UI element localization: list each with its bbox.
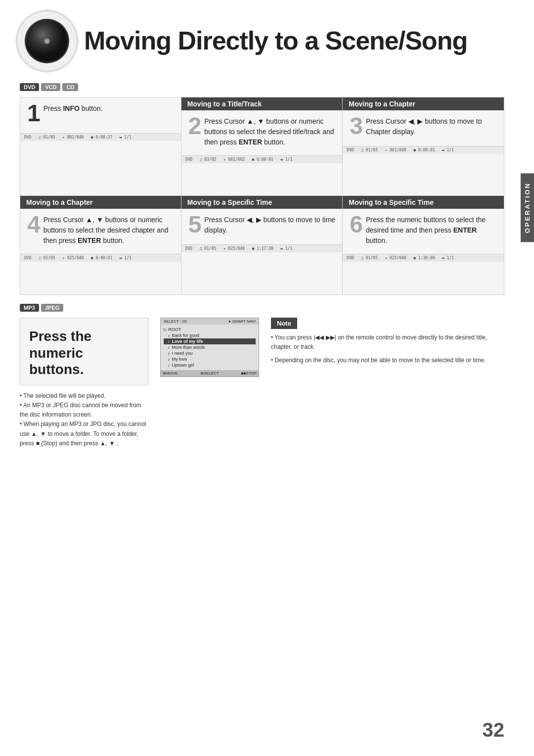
badge-vcd: VCD xyxy=(41,83,60,91)
badge-mp3: MP3 xyxy=(20,304,39,312)
step-6-text: Press the numeric buttons to select the … xyxy=(350,215,497,246)
mp3-section-wrapper: MP3 JPEG Press the numeric buttons. The … xyxy=(20,304,504,448)
step-5-section-header: Moving to a Specific Time xyxy=(181,196,343,209)
step-1-text: Press INFO button. xyxy=(27,103,174,114)
disc-type-badges: DVD VCD CD xyxy=(20,83,504,91)
mp3-badges: MP3 JPEG xyxy=(20,304,504,312)
note-bullet-1: You can press |◀◀ ▶▶| on the remote cont… xyxy=(271,333,504,352)
step-4-status: DVD ♫ 01/05 ✦ 025/040 ● 0:00:01 ▬ 1/1 xyxy=(20,254,181,262)
step-2-text: Press Cursor ▲, ▼ buttons or numeric but… xyxy=(188,116,336,147)
step-3-cell: Moving to a Chapter 3 Press Cursor ◀, ▶ … xyxy=(343,97,504,196)
steps-grid: 1 Press INFO button. DVD ♫ 01/05 ✦ 001/0… xyxy=(20,97,504,295)
step-2-section-header: Moving to a Title/Track xyxy=(181,97,343,110)
snav-item-4-label: I need you xyxy=(172,351,193,356)
badge-jpeg: JPEG xyxy=(41,304,63,312)
step-4-number: 4 xyxy=(27,213,41,236)
step-1-body: 1 Press INFO button. xyxy=(20,97,181,129)
snav-note-icon-4: ♪ xyxy=(168,351,170,356)
step-5-number: 5 xyxy=(188,213,202,236)
smart-nav-screen: SELECT : 03 ● SMART NAVI ▷ ROOT ♪ Back f… xyxy=(160,318,259,377)
snav-title: ● SMART NAVI xyxy=(228,319,256,324)
operation-label: OPERATION xyxy=(521,173,534,242)
step-5-cell: Moving to a Specific Time 5 Press Cursor… xyxy=(181,196,343,295)
snav-root-row: ▷ ROOT xyxy=(164,327,256,332)
snav-move-btn: ⊕MOVE xyxy=(163,371,178,376)
snav-item-4: ♪ I need you xyxy=(164,350,256,356)
snav-stop-btn: ■■STOP xyxy=(241,371,257,376)
snav-item-1-label: Back for good xyxy=(172,333,200,338)
step-2-number: 2 xyxy=(188,114,202,138)
snav-item-2-highlighted: ♪ Love of my life xyxy=(164,338,256,344)
step-5-status: DVD ♫ 01/05 ✦ 025/040 ● 1:17:30 ▬ 1/1 xyxy=(181,244,343,252)
step-3-text: Press Cursor ◀, ▶ buttons to move to Cha… xyxy=(350,116,497,137)
step-6-cell: Moving to a Specific Time 6 Press the nu… xyxy=(343,196,504,295)
note-header: Note xyxy=(271,318,297,329)
step-2-cell: Moving to a Title/Track 2 Press Cursor ▲… xyxy=(181,97,343,196)
step-6-status: DVD ♫ 01/05 ✦ 025/040 ● 1:30:00 ▬ 1/1 xyxy=(343,254,504,262)
snav-item-6-label: Uptown girl xyxy=(172,363,194,368)
note-text-list: You can press |◀◀ ▶▶| on the remote cont… xyxy=(271,333,504,366)
step-1-number: 1 xyxy=(27,101,41,125)
page-title: Moving Directly to a Scene/Song xyxy=(84,27,467,55)
snav-select-label: SELECT : 03 xyxy=(164,319,187,324)
snav-footer: ⊕MOVE ⊕SELECT ■■STOP xyxy=(161,370,259,377)
step-6-body: 6 Press the numeric buttons to select th… xyxy=(343,209,504,250)
mp3-bullet-1: The selected file will be played. xyxy=(20,391,148,401)
snav-note-icon-6: ♪ xyxy=(168,363,170,368)
mp3-content: Press the numeric buttons. The selected … xyxy=(20,318,504,448)
mp3-left-panel: Press the numeric buttons. The selected … xyxy=(20,318,148,448)
step-2-status: DVD ♫ 03/05 ✦ 001/002 ● 0:00:01 ▬ 1/1 xyxy=(181,155,343,163)
step-1-cell: 1 Press INFO button. DVD ♫ 01/05 ✦ 001/0… xyxy=(20,97,181,196)
badge-cd: CD xyxy=(62,83,78,91)
snav-item-5-label: My love xyxy=(172,357,187,362)
mp3-title-box: Press the numeric buttons. xyxy=(20,318,148,385)
snav-note-icon-5: ♪ xyxy=(168,357,170,362)
snav-item-2-label: Love of my life xyxy=(172,339,203,344)
step-4-body: 4 Press Cursor ▲, ▼ buttons or numeric b… xyxy=(20,209,181,250)
mp3-bullet-3: When playing an MP3 or JPG disc, you can… xyxy=(20,420,148,448)
step-4-section-header: Moving to a Chapter xyxy=(20,196,181,209)
svg-point-7 xyxy=(45,40,48,43)
snav-item-1: ♪ Back for good xyxy=(164,332,256,338)
badge-dvd: DVD xyxy=(20,83,39,91)
step-1-status: DVD ♫ 01/05 ✦ 001/040 ● 0:00:37 ▬ 1/1 xyxy=(20,133,181,141)
snav-header: SELECT : 03 ● SMART NAVI xyxy=(161,318,259,325)
snav-body: ▷ ROOT ♪ Back for good ♪ Love of my life… xyxy=(161,325,259,370)
snav-note-icon: ♪ xyxy=(168,333,170,338)
snav-note-icon-2: ♪ xyxy=(168,339,170,344)
note-bullet-2: Depending on the disc, you may not be ab… xyxy=(271,356,504,365)
snav-item-3: ♪ More than words xyxy=(164,344,256,350)
step-6-section-header: Moving to a Specific Time xyxy=(343,196,504,209)
page-header: 0101010101010101010101010101010101010101… xyxy=(0,0,534,78)
step-3-section-header: Moving to a Chapter xyxy=(343,97,504,110)
mp3-bullets-list: The selected file will be played. An MP3… xyxy=(20,391,148,448)
step-3-number: 3 xyxy=(350,114,363,138)
step-6-number: 6 xyxy=(350,213,363,236)
step-3-body: 3 Press Cursor ◀, ▶ buttons to move to C… xyxy=(343,110,504,142)
snav-item-6: ♪ Uptown girl xyxy=(164,362,256,368)
step-4-text: Press Cursor ▲, ▼ buttons or numeric but… xyxy=(27,215,174,246)
step-5-body: 5 Press Cursor ◀, ▶ buttons to move to t… xyxy=(181,209,343,240)
snav-select-btn: ⊕SELECT xyxy=(200,371,219,376)
snav-item-3-label: More than words xyxy=(172,345,205,350)
main-content: DVD VCD CD 1 Press INFO button. DVD ♫ 01… xyxy=(0,78,534,453)
page-number: 32 xyxy=(483,719,505,741)
snav-item-5: ♪ My love xyxy=(164,356,256,362)
disc-graphic: 0101010101010101010101010101010101010101… xyxy=(15,9,79,73)
step-3-status: DVD ♫ 01/05 ✦ 001/040 ● 0:00:01 ▬ 1/1 xyxy=(343,146,504,154)
mp3-title-text: Press the numeric buttons. xyxy=(29,328,139,378)
step-5-text: Press Cursor ◀, ▶ buttons to move to tim… xyxy=(188,215,336,236)
snav-root-icon: ▷ ROOT xyxy=(164,327,181,332)
mp3-bullet-2: An MP3 or JPEG disc cannot be moved from… xyxy=(20,401,148,420)
step-2-body: 2 Press Cursor ▲, ▼ buttons or numeric b… xyxy=(181,110,343,151)
note-box: Note You can press |◀◀ ▶▶| on the remote… xyxy=(271,318,504,370)
step-4-cell: Moving to a Chapter 4 Press Cursor ▲, ▼ … xyxy=(20,196,181,295)
snav-note-icon-3: ♪ xyxy=(168,345,170,350)
